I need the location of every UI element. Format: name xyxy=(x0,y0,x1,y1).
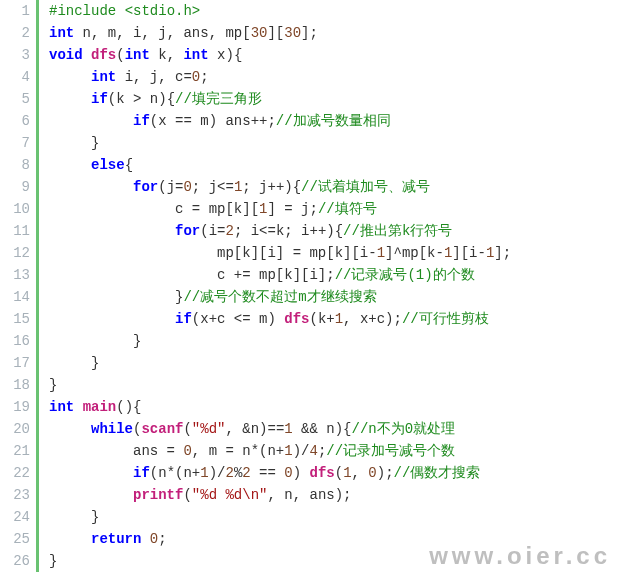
code-token: //记录减号(1)的个数 xyxy=(335,267,475,283)
code-token: 1 xyxy=(343,465,351,481)
line-number: 4 xyxy=(0,66,30,88)
code-token xyxy=(83,47,91,63)
line-number: 9 xyxy=(0,176,30,198)
indent xyxy=(49,267,217,283)
code-token: ans = xyxy=(133,443,183,459)
code-token: } xyxy=(91,135,99,151)
code-token: void xyxy=(49,47,83,63)
code-token: ; j<= xyxy=(192,179,234,195)
code-token: else xyxy=(91,157,125,173)
code-line: } xyxy=(49,550,625,572)
code-token: ]; xyxy=(494,245,511,261)
code-line: if(n*(n+1)/2%2 == 0) dfs(1, 0);//偶数才搜索 xyxy=(49,462,625,484)
indent xyxy=(49,487,133,503)
code-token: //偶数才搜索 xyxy=(394,465,481,481)
indent xyxy=(49,201,175,217)
code-token: while xyxy=(91,421,133,437)
code-token: (){ xyxy=(116,399,141,415)
line-number: 2 xyxy=(0,22,30,44)
indent xyxy=(49,355,91,371)
code-token: c += mp[k][i]; xyxy=(217,267,335,283)
line-number: 25 xyxy=(0,528,30,550)
indent xyxy=(49,311,175,327)
line-number: 26 xyxy=(0,550,30,572)
line-number: 19 xyxy=(0,396,30,418)
code-token: //记录加号减号个数 xyxy=(326,443,455,459)
line-number: 23 xyxy=(0,484,30,506)
indent xyxy=(49,179,133,195)
code-token: ][i- xyxy=(452,245,486,261)
code-token: } xyxy=(49,377,57,393)
code-token: if xyxy=(91,91,108,107)
code-token: i, j, c= xyxy=(116,69,192,85)
code-token: ; i<=k; i++){ xyxy=(234,223,343,239)
line-number: 13 xyxy=(0,264,30,286)
code-token: 1 xyxy=(335,311,343,327)
line-number: 18 xyxy=(0,374,30,396)
code-token: printf xyxy=(133,487,183,503)
indent xyxy=(49,91,91,107)
code-line: } xyxy=(49,352,625,374)
line-number: 5 xyxy=(0,88,30,110)
code-token: mp[k][i] = mp[k][i- xyxy=(217,245,377,261)
code-token: ]; xyxy=(301,25,318,41)
code-line: int main(){ xyxy=(49,396,625,418)
code-token: 1 xyxy=(377,245,385,261)
code-token: (i= xyxy=(200,223,225,239)
code-line: c += mp[k][i];//记录减号(1)的个数 xyxy=(49,264,625,286)
code-line: else{ xyxy=(49,154,625,176)
line-number: 6 xyxy=(0,110,30,132)
indent xyxy=(49,443,133,459)
code-token: int xyxy=(125,47,150,63)
code-token: //可行性剪枝 xyxy=(402,311,489,327)
code-token xyxy=(74,399,82,415)
code-token: //n不为0就处理 xyxy=(352,421,456,437)
code-token: 4 xyxy=(309,443,317,459)
code-token: dfs xyxy=(284,311,309,327)
code-token: if xyxy=(133,113,150,129)
code-token: , n, ans); xyxy=(267,487,351,503)
code-token: ( xyxy=(183,421,191,437)
code-token: ); xyxy=(377,465,394,481)
code-token: //减号个数不超过m才继续搜索 xyxy=(183,289,376,305)
code-token: //推出第k行符号 xyxy=(343,223,452,239)
code-token: int xyxy=(49,399,74,415)
code-token: 1 xyxy=(200,465,208,481)
code-token: 2 xyxy=(225,465,233,481)
code-line: ans = 0, m = n*(n+1)/4;//记录加号减号个数 xyxy=(49,440,625,462)
code-token: 0 xyxy=(284,465,292,481)
code-token: (x+c <= m) xyxy=(192,311,284,327)
code-line: } xyxy=(49,506,625,528)
code-line: for(j=0; j<=1; j++){//试着填加号、减号 xyxy=(49,176,625,198)
line-number: 12 xyxy=(0,242,30,264)
line-number: 11 xyxy=(0,220,30,242)
code-token: 0 xyxy=(183,179,191,195)
code-line: void dfs(int k, int x){ xyxy=(49,44,625,66)
code-token xyxy=(141,531,149,547)
code-line: } xyxy=(49,374,625,396)
code-token: dfs xyxy=(310,465,335,481)
line-number: 20 xyxy=(0,418,30,440)
code-token: (k+ xyxy=(309,311,334,327)
code-token: 2 xyxy=(225,223,233,239)
indent xyxy=(49,509,91,525)
code-token: 2 xyxy=(242,465,250,481)
code-token: <stdio.h> xyxy=(125,3,201,19)
code-line: }//减号个数不超过m才继续搜索 xyxy=(49,286,625,308)
code-content: #include <stdio.h>int n, m, i, j, ans, m… xyxy=(39,0,625,572)
code-token: "%d %d\n" xyxy=(192,487,268,503)
indent xyxy=(49,135,91,151)
code-line: int n, m, i, j, ans, mp[30][30]; xyxy=(49,22,625,44)
indent xyxy=(49,113,133,129)
code-token: (k > n){ xyxy=(108,91,175,107)
code-token: ] = j; xyxy=(267,201,317,217)
code-token: main xyxy=(83,399,117,415)
indent xyxy=(49,421,91,437)
indent xyxy=(49,465,133,481)
code-token: , m = n*(n+ xyxy=(192,443,284,459)
line-number: 7 xyxy=(0,132,30,154)
line-number-gutter: 1234567891011121314151617181920212223242… xyxy=(0,0,36,572)
code-line: } xyxy=(49,330,625,352)
line-number: 1 xyxy=(0,0,30,22)
code-token: 0 xyxy=(368,465,376,481)
